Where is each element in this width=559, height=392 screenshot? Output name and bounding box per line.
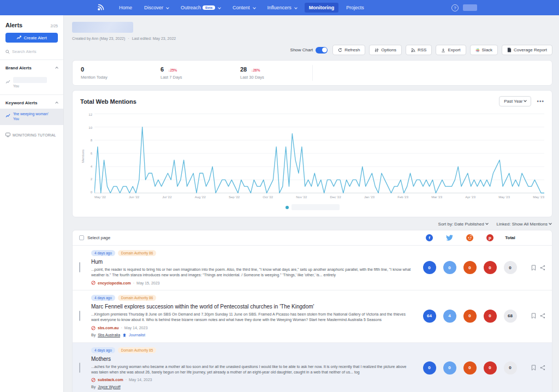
twitter-count[interactable]: 0 — [443, 261, 456, 274]
twitter-count[interactable]: 0 — [443, 361, 456, 375]
linked-filter-dropdown[interactable]: Linked: Show All Mentions — [497, 222, 551, 227]
select-page-checkbox[interactable] — [79, 235, 84, 240]
pinterest-count[interactable]: 0 — [484, 310, 497, 323]
share-icon[interactable] — [540, 365, 545, 371]
sidebar-item-keyword-alert-selected[interactable]: 'the weeping woman' You — [0, 109, 63, 125]
nav-item-discover[interactable]: Discover — [140, 3, 173, 13]
refresh-button[interactable]: Refresh — [332, 45, 365, 55]
mentions-chart-svg[interactable] — [94, 113, 544, 194]
create-alert-button[interactable]: Create Alert — [5, 33, 58, 43]
bookmark-icon[interactable] — [531, 313, 536, 319]
byline-prefix: By — [91, 333, 96, 337]
stat-delta-value: 26% — [253, 68, 260, 72]
stat-delta-down: ↓25% — [168, 68, 177, 72]
chevron-up-icon — [55, 67, 58, 70]
chevron-down-icon — [166, 6, 169, 9]
mention-date: May 14, 2023 — [129, 378, 152, 382]
slack-button[interactable]: Slack — [470, 45, 498, 55]
pinterest-count[interactable]: 0 — [484, 261, 497, 274]
author-link[interactable]: Joyce Wycoff — [98, 385, 120, 389]
toolbar: Show Chart Refresh Options RSS Export — [72, 45, 552, 55]
sliders-icon — [374, 48, 379, 52]
brand-alerts-section-header[interactable]: Brand Alerts — [0, 60, 63, 74]
mention-title-link[interactable]: Mothers — [91, 356, 414, 362]
stat-value: 6 — [160, 66, 164, 73]
share-icon[interactable] — [540, 265, 545, 271]
sort-by-dropdown[interactable]: Sort by: Date Published — [438, 222, 488, 227]
nav-item-influencers[interactable]: Influencers — [263, 3, 301, 13]
chart-y-axis-title: Mentions — [80, 113, 86, 199]
pinterest-count[interactable]: 0 — [484, 361, 497, 375]
row-checkbox[interactable] — [79, 311, 80, 321]
coverage-report-button[interactable]: Coverage Report — [502, 45, 552, 55]
facebook-count[interactable]: 0 — [423, 361, 436, 375]
total-count: 0 — [504, 361, 517, 375]
slack-icon — [475, 48, 480, 52]
monitoring-tutorial-link[interactable]: MONITORING TUTORIAL — [0, 133, 63, 137]
row-checkbox[interactable] — [79, 262, 80, 272]
date-range-dropdown[interactable]: Past Year — [499, 96, 531, 106]
legend-dot-icon — [286, 206, 289, 209]
twitter-count[interactable]: 4 — [443, 310, 456, 323]
trend-line-icon — [5, 79, 10, 84]
list-header-row: Select page f p Total — [73, 230, 552, 245]
nav-item-content[interactable]: Content — [228, 3, 260, 13]
show-chart-toggle[interactable] — [316, 47, 328, 54]
chart-title: Total Web Mentions — [80, 98, 136, 105]
mention-domain-link[interactable]: sbs.com.au — [98, 326, 119, 330]
reddit-count[interactable]: 0 — [463, 361, 477, 375]
nav-menu: Home Discover OutreachBeta Content Influ… — [115, 3, 368, 13]
stat-last-30-days: 28 ↓26% Last 30 Days — [240, 66, 320, 80]
blocked-icon — [91, 378, 96, 382]
row-checkbox[interactable] — [79, 363, 80, 373]
nav-right: ? — [451, 4, 477, 11]
chart-y-tick: 12 — [88, 113, 92, 116]
mention-title-link[interactable]: Hum — [91, 259, 414, 265]
mention-domain-link[interactable]: substack.com — [98, 378, 123, 382]
linked-filter-label: Linked: Show All Mentions — [497, 222, 548, 227]
chart-menu-button[interactable]: ••• — [537, 98, 544, 104]
nav-label: Home — [119, 5, 132, 10]
nav-item-home[interactable]: Home — [115, 3, 136, 13]
journalist-badge-label[interactable]: Journalist — [129, 333, 145, 337]
share-icon[interactable] — [540, 313, 545, 319]
facebook-count[interactable]: 64 — [423, 310, 436, 323]
export-button[interactable]: Export — [436, 45, 466, 55]
nav-item-projects[interactable]: Projects — [342, 3, 368, 13]
meta-separator: · — [133, 281, 134, 285]
rss-icon — [411, 48, 415, 52]
mention-snippet: ...point, the reader is required to brin… — [91, 267, 414, 278]
alert-owner: You — [13, 84, 47, 88]
nav-item-outreach[interactable]: OutreachBeta — [176, 3, 225, 13]
chart-x-tick: Oct '22 — [263, 195, 273, 199]
sidebar-item-brand-alert[interactable]: You — [0, 74, 63, 92]
search-icon — [5, 50, 10, 54]
mentions-list-card: Select page f p Total 4 days ago — [72, 230, 552, 392]
mention-title-link[interactable]: Marc Fennell explores succession within … — [91, 304, 414, 310]
main-content: Created by Ann (May 23, 2022) · Last edi… — [64, 15, 559, 392]
reddit-count[interactable]: 0 — [463, 261, 477, 274]
facebook-count[interactable]: 0 — [423, 261, 436, 274]
chart-x-tick: Sep '22 — [229, 195, 240, 199]
search-alerts-input[interactable] — [12, 49, 56, 54]
author-link[interactable]: Sbs Australia — [98, 333, 120, 337]
mention-domain-link[interactable]: encyclopedia.com — [98, 281, 131, 285]
rss-button[interactable]: RSS — [406, 45, 432, 55]
options-button[interactable]: Options — [369, 45, 402, 55]
keyword-alerts-section-header[interactable]: Keyword Alerts — [0, 95, 63, 109]
chart-x-tick: Jan '23 — [364, 195, 374, 199]
stat-label: Last 30 Days — [240, 75, 320, 80]
bookmark-icon[interactable] — [531, 265, 536, 271]
chart-y-tick: 0 — [91, 191, 92, 194]
nav-item-monitoring[interactable]: Monitoring — [305, 3, 339, 13]
app-logo-icon[interactable] — [96, 3, 105, 12]
meta-separator: · — [121, 326, 122, 330]
alert-title-redacted — [72, 22, 133, 33]
bookmark-icon[interactable] — [531, 365, 536, 371]
reddit-count[interactable]: 0 — [463, 310, 477, 323]
help-icon[interactable]: ? — [451, 4, 459, 11]
user-account-redacted[interactable] — [463, 4, 477, 11]
mention-row: 4 days ago Domain Authority 86 Hum ...po… — [73, 245, 552, 290]
chevron-down-icon — [294, 6, 298, 9]
sort-by-label: Sort by: Date Published — [438, 222, 484, 227]
